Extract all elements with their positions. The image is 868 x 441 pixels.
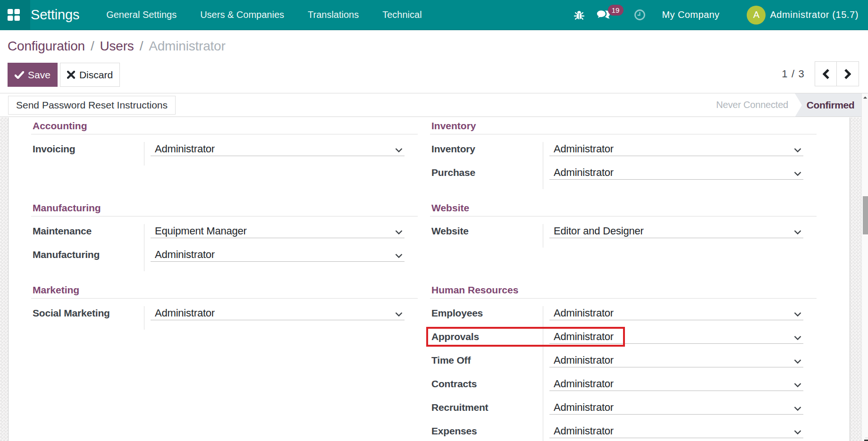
breadcrumb-active: Administrator <box>149 39 225 53</box>
field-select[interactable]: Editor and Designer <box>549 224 803 238</box>
field-value-cell: Administrator <box>549 400 803 424</box>
field-select[interactable]: Administrator <box>549 330 803 344</box>
settings-row: MaintenanceEquipment Manager <box>31 224 418 248</box>
pager-next-button[interactable] <box>837 62 859 86</box>
chevron-right-icon <box>844 69 851 79</box>
messages-button[interactable]: 19 <box>596 9 610 20</box>
group-title: Website <box>430 202 817 216</box>
field-select[interactable]: Administrator <box>549 400 803 415</box>
field-value-cell: Administrator <box>549 377 803 400</box>
group-title: Manufacturing <box>31 202 418 216</box>
field-select[interactable]: Administrator <box>151 248 405 262</box>
field-value-cell: Administrator <box>151 142 405 166</box>
field-select[interactable]: Administrator <box>549 353 803 367</box>
dropdown-caret-icon <box>794 172 801 176</box>
field-value-cell: Administrator <box>549 330 803 353</box>
field-label: Manufacturing <box>33 249 100 260</box>
settings-row: ManufacturingAdministrator <box>31 248 418 271</box>
field-label-cell: Invoicing <box>31 142 144 166</box>
pager-previous-button[interactable] <box>815 62 837 86</box>
settings-row: Social MarketingAdministrator <box>31 306 418 330</box>
field-label: Contracts <box>431 378 477 389</box>
field-label-cell: Contracts <box>430 377 543 400</box>
field-label-cell: Website <box>430 224 543 248</box>
field-value-cell: Administrator <box>549 306 803 330</box>
settings-group: MarketingSocial MarketingAdministrator <box>31 284 418 330</box>
form-background: AccountingInvoicingAdministratorManufact… <box>0 117 861 441</box>
field-select[interactable]: Administrator <box>549 306 803 320</box>
settings-row: PurchaseAdministrator <box>430 166 817 189</box>
dropdown-caret-icon <box>395 230 403 234</box>
breadcrumb-configuration[interactable]: Configuration <box>8 39 85 53</box>
field-label-cell: Manufacturing <box>31 248 144 271</box>
field-value-cell: Administrator <box>549 424 803 441</box>
discard-button[interactable]: Discard <box>60 63 120 87</box>
dropdown-caret-icon <box>794 336 801 340</box>
settings-row: InvoicingAdministrator <box>31 142 418 166</box>
field-label-cell: Recruitment <box>430 400 543 424</box>
field-label: Expenses <box>431 425 477 436</box>
field-label: Social Marketing <box>33 308 110 318</box>
breadcrumb-users[interactable]: Users <box>100 39 134 53</box>
group-title: Accounting <box>31 120 418 134</box>
field-select[interactable]: Administrator <box>549 424 803 438</box>
field-label-cell: Time Off <box>430 353 543 377</box>
field-select[interactable]: Administrator <box>549 377 803 391</box>
status-never-connected[interactable]: Never Connected <box>716 100 795 110</box>
field-select[interactable]: Administrator <box>151 306 405 320</box>
settings-group: ManufacturingMaintenanceEquipment Manage… <box>31 202 418 271</box>
breadcrumb: Configuration/Users/Administrator <box>8 38 868 55</box>
debug-menu-button[interactable] <box>574 10 584 20</box>
save-button[interactable]: Save <box>8 63 58 87</box>
field-label: Maintenance <box>33 225 92 236</box>
field-label: Purchase <box>431 167 475 178</box>
field-label: Recruitment <box>431 402 488 413</box>
user-avatar: A <box>747 6 766 25</box>
control-panel: Configuration/Users/Administrator Save D… <box>0 30 868 93</box>
scrollbar-thumb[interactable] <box>863 196 868 234</box>
field-value-cell: Administrator <box>549 353 803 377</box>
send-password-reset-button[interactable]: Send Password Reset Instructions <box>8 96 176 115</box>
field-label: Employees <box>431 308 483 318</box>
group-title: Marketing <box>31 284 418 299</box>
field-label: Website <box>431 225 469 236</box>
form-sheet: AccountingInvoicingAdministratorManufact… <box>8 117 850 441</box>
company-switcher[interactable]: My Company <box>662 9 720 20</box>
settings-groups: AccountingInvoicingAdministratorManufact… <box>31 120 850 441</box>
settings-row: WebsiteEditor and Designer <box>430 224 817 248</box>
clock-icon <box>634 9 646 21</box>
apps-menu-button[interactable] <box>0 0 30 30</box>
vertical-scrollbar[interactable] <box>861 93 868 441</box>
settings-group: AccountingInvoicingAdministrator <box>31 120 418 166</box>
form-statusbar: Send Password Reset Instructions Never C… <box>0 93 861 117</box>
field-select[interactable]: Administrator <box>549 166 803 180</box>
top-menu: General Settings Users & Companies Trans… <box>94 0 433 30</box>
menu-users-companies[interactable]: Users & Companies <box>188 0 296 30</box>
bug-icon <box>574 10 584 20</box>
app-brand-title[interactable]: Settings <box>31 7 79 23</box>
field-label: Time Off <box>431 355 471 366</box>
field-label-cell: Social Marketing <box>31 306 144 330</box>
status-steps: Never Connected Confirmed <box>716 93 861 116</box>
times-icon <box>67 71 75 79</box>
status-confirmed[interactable]: Confirmed <box>795 93 861 116</box>
activities-button[interactable] <box>634 9 646 21</box>
settings-row: ContractsAdministrator <box>430 377 817 400</box>
settings-row: Time OffAdministrator <box>430 353 817 377</box>
field-select[interactable]: Equipment Manager <box>151 224 405 238</box>
pager: 1 / 3 <box>782 61 859 86</box>
field-label-cell: Maintenance <box>31 224 144 248</box>
settings-group: WebsiteWebsiteEditor and Designer <box>430 202 817 248</box>
menu-technical[interactable]: Technical <box>371 0 433 30</box>
menu-translations[interactable]: Translations <box>296 0 371 30</box>
field-label-cell: Employees <box>430 306 543 330</box>
field-select[interactable]: Administrator <box>151 142 405 156</box>
field-select[interactable]: Administrator <box>549 142 803 156</box>
field-label-cell: Inventory <box>430 142 543 166</box>
user-menu[interactable]: A Administrator (15.7) <box>747 6 859 25</box>
dropdown-caret-icon <box>794 383 801 387</box>
settings-group: InventoryInventoryAdministratorPurchaseA… <box>430 120 817 189</box>
form-buttons: Save Discard <box>8 63 868 87</box>
scroll-up-arrow-icon[interactable] <box>863 95 868 100</box>
menu-general-settings[interactable]: General Settings <box>94 0 188 30</box>
